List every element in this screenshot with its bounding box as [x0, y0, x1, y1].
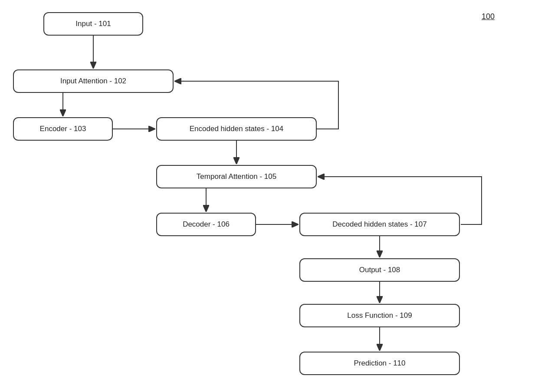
box-loss-function: Loss Function - 109 [299, 304, 460, 327]
box-encoded-hidden: Encoded hidden states - 104 [156, 117, 317, 141]
box-input: Input - 101 [43, 12, 143, 36]
box-decoded-hidden: Decoded hidden states - 107 [299, 213, 460, 236]
box-decoder: Decoder - 106 [156, 213, 256, 236]
box-input-attention: Input Attention - 102 [13, 69, 174, 93]
arrows-svg [0, 0, 538, 392]
diagram: 100 Input - 10 [0, 0, 538, 392]
figure-number: 100 [482, 12, 495, 21]
box-temporal-attention: Temporal Attention - 105 [156, 165, 317, 188]
box-encoder: Encoder - 103 [13, 117, 113, 141]
box-prediction: Prediction - 110 [299, 352, 460, 375]
box-output: Output - 108 [299, 258, 460, 282]
